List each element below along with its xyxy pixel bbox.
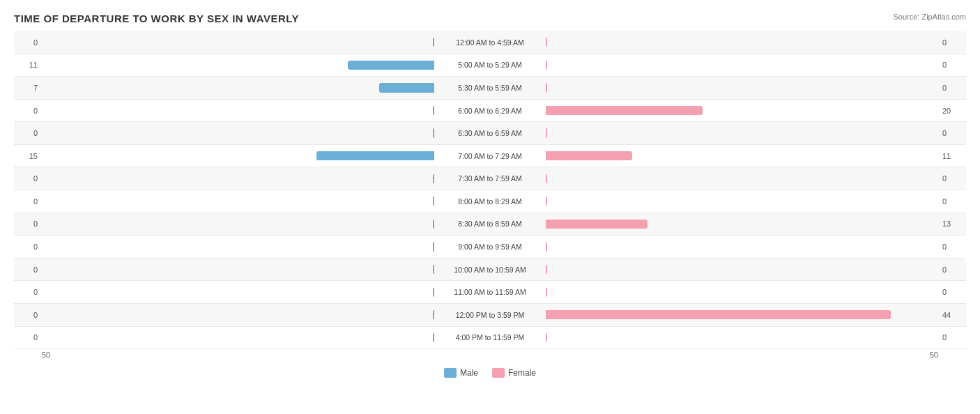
right-value: 0 bbox=[938, 266, 966, 274]
table-row: 0 12:00 AM to 4:59 AM 0 bbox=[14, 31, 966, 54]
time-label: 10:00 AM to 10:59 AM bbox=[434, 266, 546, 274]
table-row: 0 9:00 AM to 9:59 AM 0 bbox=[14, 236, 966, 259]
bars-wrapper: 7:30 AM to 7:59 AM bbox=[42, 172, 938, 185]
right-bar-area bbox=[546, 263, 938, 276]
title-row: TIME OF DEPARTURE TO WORK BY SEX IN WAVE… bbox=[14, 13, 966, 24]
time-label: 6:30 AM to 6:59 AM bbox=[434, 129, 546, 137]
table-row: 0 4:00 PM to 11:59 PM 0 bbox=[14, 327, 966, 350]
right-value: 0 bbox=[938, 38, 966, 47]
female-bar bbox=[546, 61, 547, 70]
bar-center: 10:00 AM to 10:59 AM bbox=[42, 259, 938, 281]
bars-wrapper: 6:00 AM to 6:29 AM bbox=[42, 104, 938, 117]
female-bar bbox=[546, 333, 547, 342]
left-value: 0 bbox=[14, 333, 42, 342]
right-bar-area bbox=[546, 331, 938, 344]
bar-center: 12:00 AM to 4:59 AM bbox=[42, 31, 938, 54]
chart-area: 0 12:00 AM to 4:59 AM 0 11 5:00 AM to 5:… bbox=[14, 31, 966, 377]
female-bar bbox=[546, 197, 547, 206]
right-bar-area bbox=[546, 286, 938, 299]
right-value: 13 bbox=[938, 220, 966, 228]
bar-center: 7:30 AM to 7:59 AM bbox=[42, 167, 938, 190]
female-bar bbox=[546, 242, 547, 251]
female-bar bbox=[546, 151, 632, 160]
legend-female: Female bbox=[492, 368, 536, 378]
left-value: 0 bbox=[14, 197, 42, 206]
right-value: 0 bbox=[938, 61, 966, 69]
left-value: 0 bbox=[14, 38, 42, 47]
table-row: 0 10:00 AM to 10:59 AM 0 bbox=[14, 259, 966, 282]
male-label: Male bbox=[460, 368, 478, 378]
time-label: 8:30 AM to 8:59 AM bbox=[434, 220, 546, 228]
right-value: 20 bbox=[938, 107, 966, 115]
left-bar-area bbox=[42, 81, 434, 94]
female-bar bbox=[546, 310, 891, 319]
female-bar bbox=[546, 128, 547, 137]
left-value: 0 bbox=[14, 266, 42, 274]
axis-right-label: 50 bbox=[930, 351, 938, 359]
female-bar bbox=[546, 174, 547, 183]
left-bar-area bbox=[42, 104, 434, 117]
female-bar bbox=[546, 38, 547, 47]
right-value: 0 bbox=[938, 197, 966, 206]
bar-center: 9:00 AM to 9:59 AM bbox=[42, 236, 938, 258]
bars-wrapper: 8:30 AM to 8:59 AM bbox=[42, 217, 938, 231]
male-bar bbox=[348, 61, 434, 70]
left-bar-area bbox=[42, 331, 434, 344]
female-bar bbox=[546, 106, 703, 115]
bar-center: 4:00 PM to 11:59 PM bbox=[42, 327, 938, 349]
right-value: 0 bbox=[938, 129, 966, 137]
right-bar-area bbox=[546, 149, 938, 162]
time-label: 7:30 AM to 7:59 AM bbox=[434, 174, 546, 183]
right-value: 0 bbox=[938, 174, 966, 183]
left-bar-area bbox=[42, 240, 434, 254]
source-text: Source: ZipAtlas.com bbox=[893, 13, 966, 21]
right-bar-area bbox=[546, 59, 938, 72]
left-bar-area bbox=[42, 286, 434, 299]
bars-wrapper: 10:00 AM to 10:59 AM bbox=[42, 263, 938, 276]
right-bar-area bbox=[546, 194, 938, 208]
chart-container: TIME OF DEPARTURE TO WORK BY SEX IN WAVE… bbox=[0, 0, 980, 414]
table-row: 0 6:30 AM to 6:59 AM 0 bbox=[14, 122, 966, 145]
left-bar-area bbox=[42, 194, 434, 208]
legend-row: Male Female bbox=[14, 365, 966, 381]
right-bar-area bbox=[546, 36, 938, 49]
right-value: 0 bbox=[938, 84, 966, 92]
right-bar-area bbox=[546, 308, 938, 321]
right-value: 44 bbox=[938, 311, 966, 319]
bars-wrapper: 5:00 AM to 5:29 AM bbox=[42, 59, 938, 72]
bar-center: 5:30 AM to 5:59 AM bbox=[42, 77, 938, 99]
time-label: 4:00 PM to 11:59 PM bbox=[434, 333, 546, 342]
bars-wrapper: 5:30 AM to 5:59 AM bbox=[42, 81, 938, 94]
female-swatch bbox=[492, 368, 505, 378]
time-label: 5:00 AM to 5:29 AM bbox=[434, 61, 546, 69]
bar-center: 7:00 AM to 7:29 AM bbox=[42, 145, 938, 167]
left-value: 0 bbox=[14, 288, 42, 296]
bars-wrapper: 12:00 PM to 3:59 PM bbox=[42, 308, 938, 321]
right-value: 0 bbox=[938, 243, 966, 251]
right-bar-area bbox=[546, 127, 938, 140]
left-value: 0 bbox=[14, 311, 42, 319]
axis-left-label: 50 bbox=[42, 351, 50, 359]
table-row: 11 5:00 AM to 5:29 AM 0 bbox=[14, 54, 966, 77]
right-bar-area bbox=[546, 172, 938, 185]
left-bar-area bbox=[42, 308, 434, 321]
time-label: 6:00 AM to 6:29 AM bbox=[434, 107, 546, 115]
bar-center: 6:30 AM to 6:59 AM bbox=[42, 122, 938, 144]
bars-wrapper: 6:30 AM to 6:59 AM bbox=[42, 127, 938, 140]
male-swatch bbox=[444, 368, 457, 378]
table-row: 0 12:00 PM to 3:59 PM 44 bbox=[14, 304, 966, 327]
left-bar-area bbox=[42, 59, 434, 72]
time-label: 7:00 AM to 7:29 AM bbox=[434, 152, 546, 160]
left-bar-area bbox=[42, 36, 434, 49]
table-row: 0 11:00 AM to 11:59 AM 0 bbox=[14, 281, 966, 304]
time-label: 11:00 AM to 11:59 AM bbox=[434, 288, 546, 296]
right-bar-area bbox=[546, 240, 938, 254]
table-row: 0 7:30 AM to 7:59 AM 0 bbox=[14, 167, 966, 190]
left-bar-area bbox=[42, 217, 434, 231]
time-label: 12:00 PM to 3:59 PM bbox=[434, 311, 546, 319]
right-bar-area bbox=[546, 217, 938, 231]
bar-center: 11:00 AM to 11:59 AM bbox=[42, 281, 938, 303]
table-row: 7 5:30 AM to 5:59 AM 0 bbox=[14, 77, 966, 100]
left-value: 0 bbox=[14, 220, 42, 228]
left-value: 15 bbox=[14, 152, 42, 160]
